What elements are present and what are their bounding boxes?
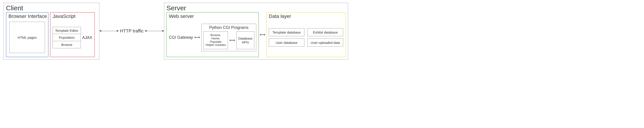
data-item: Template database (269, 28, 304, 36)
double-arrow-icon (145, 31, 164, 31)
cgi-programs-title: Python CGI Programs (204, 25, 254, 30)
data-item: User-uploaded data (308, 38, 343, 46)
js-item: Browse (52, 41, 81, 48)
ajax-label: AJAX (82, 35, 92, 40)
double-arrow-icon: ⟷ (193, 35, 202, 40)
web-server-panel: Web server CGI Gateway ⟷ Python CGI Prog… (166, 12, 259, 57)
architecture-diagram: Client Browser Interface HTML pages Java… (4, 3, 640, 59)
client-server-connector: HTTP traffic (100, 3, 164, 59)
data-layer-panel: Data layer Template database Exhibit dat… (266, 12, 346, 57)
web-data-connector: ⟷ (259, 12, 266, 57)
data-item: Exhibit database (308, 28, 343, 36)
javascript-panel: JavaScript Template Editor Population Br… (50, 12, 95, 57)
js-item: Template Editor (52, 27, 81, 34)
double-arrow-icon (100, 31, 118, 31)
cgi-gateway-label: CGI Gateway (169, 35, 193, 40)
database-apis-box: Database APIs (236, 31, 254, 49)
cgi-modules-box: Browse, Home, Populate Helper modules (204, 31, 228, 49)
double-arrow-icon: ⟷ (228, 38, 236, 43)
double-arrow-icon: ⟷ (258, 32, 267, 37)
server-group: Server Web server CGI Gateway ⟷ Python C… (164, 3, 348, 59)
server-title: Server (166, 4, 346, 12)
js-items: Template Editor Population Browse (52, 27, 81, 48)
data-layer-grid: Template database Exhibit database User … (269, 28, 343, 46)
cgi-programs-group: Python CGI Programs Browse, Home, Popula… (202, 24, 256, 51)
client-title: Client (6, 4, 97, 12)
client-group: Client Browser Interface HTML pages Java… (4, 3, 100, 59)
data-item: User database (269, 38, 304, 46)
browser-interface-panel: Browser Interface HTML pages (6, 12, 48, 57)
data-layer-title: Data layer (269, 13, 343, 19)
web-server-title: Web server (169, 13, 256, 19)
js-item: Population (52, 34, 81, 41)
html-pages-box: HTML pages (9, 22, 45, 53)
javascript-title: JavaScript (52, 13, 92, 19)
http-traffic-label: HTTP traffic (118, 28, 145, 34)
browser-interface-title: Browser Interface (8, 13, 46, 19)
